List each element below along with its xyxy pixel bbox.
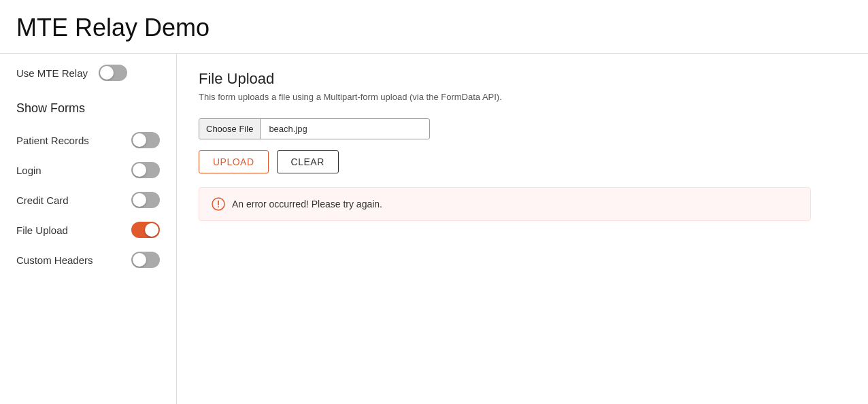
login-toggle[interactable] [131,162,160,178]
sidebar: Use MTE Relay Show Forms Patient Records [0,54,177,404]
error-message: An error occurred! Please try again. [232,199,382,209]
sidebar-item-patient-records: Patient Records [0,125,176,155]
app-title: MTE Relay Demo [0,0,868,53]
file-name-display: beach.jpg [261,119,429,139]
credit-card-toggle[interactable] [131,192,160,208]
use-mte-toggle[interactable] [99,65,127,81]
file-upload-toggle-track [131,222,160,238]
credit-card-toggle-track [131,192,160,208]
login-toggle-thumb [133,163,146,177]
sidebar-item-file-upload: File Upload [0,215,176,245]
custom-headers-toggle-thumb [133,253,146,267]
file-input-row: Choose File beach.jpg [199,118,846,139]
sidebar-item-login: Login [0,155,176,185]
sidebar-item-custom-headers-label: Custom Headers [16,254,93,266]
use-mte-label: Use MTE Relay [16,67,88,79]
sidebar-item-credit-card-label: Credit Card [16,195,69,206]
use-mte-row: Use MTE Relay [0,65,176,95]
login-toggle-track [131,162,160,178]
patient-records-toggle-thumb [133,133,146,147]
use-mte-toggle-track [99,65,127,81]
sidebar-item-custom-headers: Custom Headers [0,245,176,275]
form-description: This form uploads a file using a Multipa… [199,92,846,102]
custom-headers-toggle[interactable] [131,252,160,268]
custom-headers-toggle-track [131,252,160,268]
svg-point-2 [218,206,219,207]
sidebar-item-file-upload-label: File Upload [16,224,68,236]
file-upload-toggle-thumb [145,223,158,237]
clear-button[interactable]: CLEAR [277,150,339,173]
file-upload-toggle[interactable] [131,222,160,238]
error-icon [212,197,225,211]
show-forms-label: Show Forms [0,95,176,125]
patient-records-toggle-track [131,132,160,148]
credit-card-toggle-thumb [133,193,146,207]
use-mte-toggle-thumb [100,66,114,80]
file-input-wrapper: Choose File beach.jpg [199,118,430,139]
sidebar-item-credit-card: Credit Card [0,185,176,215]
page: MTE Relay Demo Use MTE Relay Show Forms … [0,0,868,404]
main-layout: Use MTE Relay Show Forms Patient Records [0,53,868,404]
form-title: File Upload [199,70,846,88]
main-content: File Upload This form uploads a file usi… [177,54,868,404]
upload-button[interactable]: UPLOAD [199,150,269,173]
patient-records-toggle[interactable] [131,132,160,148]
sidebar-item-login-label: Login [16,165,41,176]
choose-file-button[interactable]: Choose File [199,119,261,139]
error-banner: An error occurred! Please try again. [199,187,811,221]
sidebar-item-patient-records-label: Patient Records [16,135,89,146]
action-buttons: UPLOAD CLEAR [199,150,846,173]
